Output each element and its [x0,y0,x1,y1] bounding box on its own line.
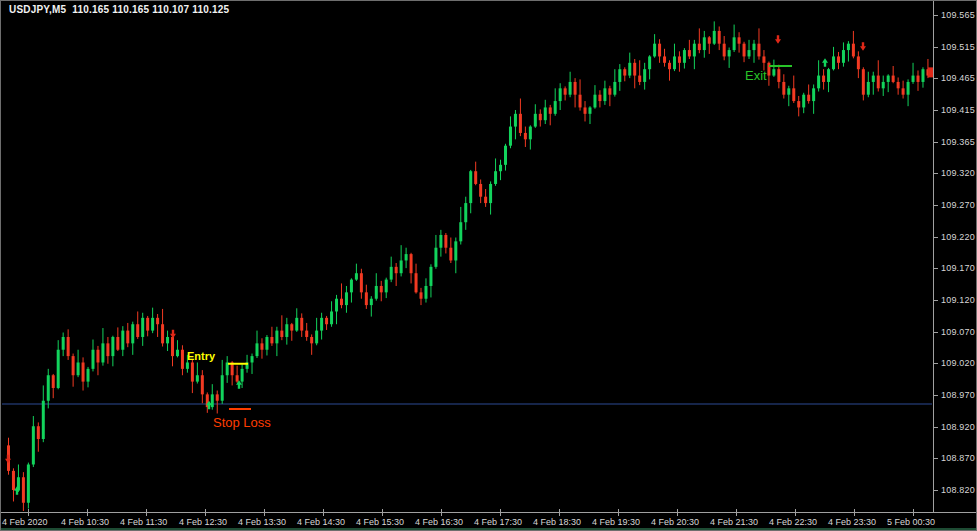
candle [106,337,109,364]
candle [658,39,661,63]
candle [161,309,164,347]
price-tick-label: 109.565 [941,10,975,20]
candle [424,278,427,302]
price-axis-tick [934,427,938,428]
price-tick-label: 109.415 [941,105,975,115]
price-axis-tick [934,458,938,459]
price-tick-label: 109.320 [941,168,975,178]
price-tick-label: 108.870 [941,453,975,463]
candle [668,60,671,80]
candle [62,333,65,357]
candle [653,34,656,58]
candle [305,323,308,341]
stop-loss-label[interactable]: Stop Loss [213,415,271,430]
chart-canvas[interactable]: USDJPY,M5 110.165 110.165 110.107 110.12… [1,1,933,512]
exit-label[interactable]: Exit [745,68,767,83]
candle [439,230,442,257]
candle [797,96,800,116]
time-axis-tick [28,509,29,516]
candle [738,32,741,52]
candle [325,316,328,330]
candle [146,316,149,336]
time-tick-label: 4 Feb 17:30 [474,517,522,527]
sell-arrow-icon [860,42,866,51]
candle [390,257,393,283]
candle [295,308,298,332]
price-axis-tick [934,363,938,364]
price-axis-tick [934,47,938,48]
candle [857,51,860,78]
candle [335,295,338,324]
candle [559,83,562,110]
candle [897,77,900,94]
candle [47,369,50,409]
time-tick-label: 4 Feb 23:30 [828,517,876,527]
price-axis-tick [934,237,938,238]
time-axis-tick [146,509,147,516]
candle [579,79,582,110]
candle [887,74,890,92]
candle [111,336,114,367]
candle [842,42,845,66]
candle [87,367,90,387]
ohlc-header: USDJPY,M5 110.165 110.165 110.107 110.12… [9,4,229,15]
candle [827,68,830,92]
candle [912,63,915,84]
price-tick-label: 109.220 [941,232,975,242]
candle [847,41,850,61]
candlestick-plot [1,1,933,512]
price-tick-label: 108.920 [941,422,975,432]
time-tick-label: 4 Feb 15:30 [356,517,404,527]
candle [902,81,905,99]
candle [698,28,701,53]
candle [484,189,487,207]
time-axis-tick [854,509,855,516]
candle [77,350,80,377]
candle [156,314,159,337]
time-tick-label: 5 Feb 00:30 [887,517,935,527]
candle [415,264,418,294]
candle [290,323,293,341]
candle [360,269,363,299]
mt4-chart-window: USDJPY,M5 110.165 110.165 110.107 110.12… [0,0,977,531]
price-axis-tick [934,110,938,111]
candle [121,326,124,356]
candle [270,327,273,346]
candle [52,374,55,398]
entry-label[interactable]: Entry [187,350,215,362]
candle [688,40,691,59]
candle [231,361,234,385]
candle [519,99,522,137]
candle [618,64,621,91]
candle [509,116,512,148]
time-tick-label: 4 Feb 2020 [2,517,48,527]
candle [260,338,263,358]
candle [221,360,224,404]
candle [529,125,532,149]
candle [191,360,194,393]
candle [345,286,348,313]
time-tick-label: 4 Feb 14:30 [297,517,345,527]
sell-arrow-icon [775,35,781,44]
candle [136,311,139,338]
price-axis-tick [934,300,938,301]
candle [757,28,760,59]
candle [787,86,790,106]
candle [499,160,502,180]
candle [574,78,577,107]
time-tick-label: 4 Feb 19:30 [592,517,640,527]
candle [251,354,254,374]
candle [782,74,785,98]
candle [693,40,696,69]
candle [613,69,616,96]
price-axis[interactable]: 109.565109.515109.465109.415109.365109.3… [933,1,977,512]
time-axis-tick [736,509,737,516]
candle [380,281,383,301]
sell-arrow-icon [5,455,11,464]
price-axis-tick [934,173,938,174]
candle [713,21,716,45]
candle [141,313,144,346]
candle [434,235,437,269]
price-tick-label: 109.270 [941,200,975,210]
price-tick-label: 109.070 [941,327,975,337]
